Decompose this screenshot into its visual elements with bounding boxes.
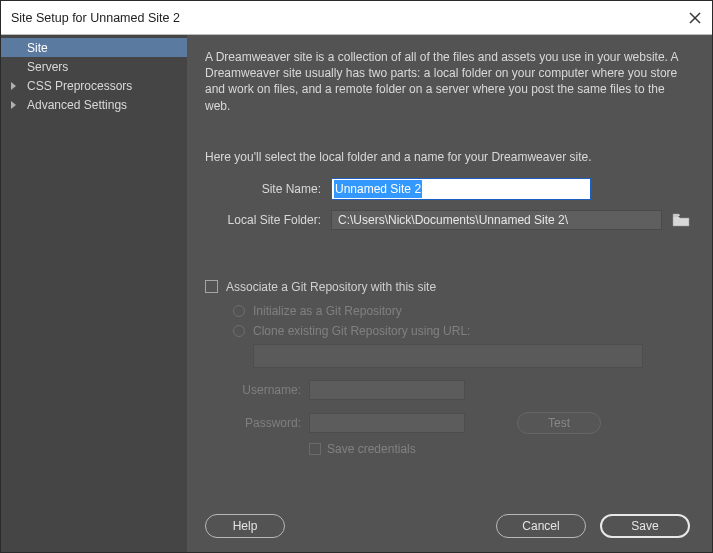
git-clone-url-input <box>253 344 643 368</box>
cancel-button[interactable]: Cancel <box>496 514 586 538</box>
git-clone-label: Clone existing Git Repository using URL: <box>253 324 470 338</box>
intro-text: A Dreamweaver site is a collection of al… <box>205 49 690 114</box>
git-username-row: Username: <box>233 380 690 400</box>
titlebar: Site Setup for Unnamed Site 2 <box>1 1 712 35</box>
window-title: Site Setup for Unnamed Site 2 <box>11 11 688 25</box>
git-associate-label: Associate a Git Repository with this sit… <box>226 280 436 294</box>
site-name-value: Unnamed Site 2 <box>334 180 422 198</box>
git-init-label: Initialize as a Git Repository <box>253 304 402 318</box>
sidebar-item-site[interactable]: Site <box>1 38 187 57</box>
local-folder-input[interactable]: C:\Users\Nick\Documents\Unnamed Site 2\ <box>331 210 662 230</box>
site-setup-dialog: Site Setup for Unnamed Site 2 Site Serve… <box>0 0 713 553</box>
git-password-row: Password: Test <box>233 412 690 434</box>
git-test-button: Test <box>517 412 601 434</box>
git-password-label: Password: <box>233 416 309 430</box>
browse-folder-icon[interactable] <box>672 213 690 227</box>
save-button[interactable]: Save <box>600 514 690 538</box>
chevron-right-icon <box>11 82 16 90</box>
git-username-label: Username: <box>233 383 309 397</box>
local-folder-value: C:\Users\Nick\Documents\Unnamed Site 2\ <box>338 213 568 227</box>
git-init-row: Initialize as a Git Repository <box>233 304 690 318</box>
git-associate-row[interactable]: Associate a Git Repository with this sit… <box>205 280 690 294</box>
site-name-input[interactable]: Unnamed Site 2 <box>331 178 591 200</box>
git-section: Associate a Git Repository with this sit… <box>205 280 690 456</box>
sidebar-item-css-preprocessors[interactable]: CSS Preprocessors <box>1 76 187 95</box>
git-password-input <box>309 413 465 433</box>
sidebar-item-advanced-settings[interactable]: Advanced Settings <box>1 95 187 114</box>
dialog-footer: Help Cancel Save <box>205 514 690 538</box>
chevron-right-icon <box>11 101 16 109</box>
local-folder-label: Local Site Folder: <box>205 213 331 227</box>
help-button[interactable]: Help <box>205 514 285 538</box>
git-associate-checkbox[interactable] <box>205 280 218 293</box>
site-name-row: Site Name: Unnamed Site 2 <box>205 178 690 200</box>
sidebar-item-label: Advanced Settings <box>27 98 127 112</box>
sidebar-item-label: CSS Preprocessors <box>27 79 132 93</box>
git-init-radio <box>233 305 245 317</box>
sidebar-item-label: Servers <box>27 60 68 74</box>
git-options: Initialize as a Git Repository Clone exi… <box>233 304 690 456</box>
git-save-credentials-row: Save credentials <box>309 442 690 456</box>
close-icon[interactable] <box>688 11 702 25</box>
git-save-credentials-label: Save credentials <box>327 442 416 456</box>
git-save-credentials-checkbox <box>309 443 321 455</box>
git-clone-radio <box>233 325 245 337</box>
sub-intro-text: Here you'll select the local folder and … <box>205 150 690 164</box>
dialog-body: Site Servers CSS Preprocessors Advanced … <box>1 35 712 552</box>
category-sidebar: Site Servers CSS Preprocessors Advanced … <box>1 35 187 552</box>
local-folder-row: Local Site Folder: C:\Users\Nick\Documen… <box>205 210 690 230</box>
sidebar-item-servers[interactable]: Servers <box>1 57 187 76</box>
git-username-input <box>309 380 465 400</box>
main-panel: A Dreamweaver site is a collection of al… <box>187 35 712 552</box>
git-clone-row: Clone existing Git Repository using URL: <box>233 324 690 338</box>
site-name-label: Site Name: <box>205 182 331 196</box>
sidebar-item-label: Site <box>27 41 48 55</box>
